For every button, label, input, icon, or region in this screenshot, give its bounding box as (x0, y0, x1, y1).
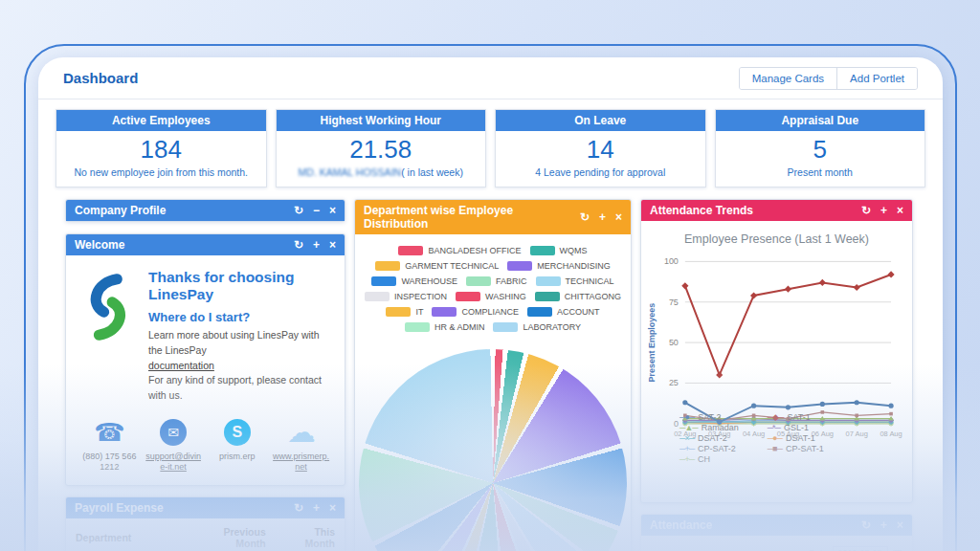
svg-text:07 Aug: 07 Aug (846, 430, 868, 438)
close-icon[interactable]: × (329, 502, 336, 514)
refresh-icon[interactable]: ↻ (294, 205, 303, 216)
pie-chart[interactable] (359, 349, 627, 551)
close-icon[interactable]: × (329, 205, 336, 216)
welcome-header: Welcome ↻ + × (66, 234, 345, 255)
panel-title: Welcome (75, 238, 124, 252)
legend-swatch (456, 292, 480, 301)
legend-swatch (375, 261, 400, 271)
svg-text:08 Aug: 08 Aug (880, 430, 902, 438)
line-legend-item[interactable]: ─◆─SAT-1 (768, 412, 824, 422)
pie-legend-item[interactable]: WQMS (530, 246, 588, 255)
pie-legend-item[interactable]: COMPLIANCE (432, 307, 519, 317)
panel-title: Department wise Employee Distribution (364, 204, 570, 231)
date-input[interactable]: 2019-08-08 (833, 546, 888, 551)
welcome-heading: Thanks for choosing LinesPay (148, 269, 333, 303)
linespay-logo-icon (78, 267, 137, 404)
welcome-body-line2: For any kind of support, please contact … (148, 374, 322, 401)
add-icon[interactable]: + (880, 205, 887, 216)
series-marker-icon: ─*─ (768, 423, 780, 432)
attendance-header: Attendance ↻ + × (641, 515, 912, 536)
minimize-icon[interactable]: − (313, 205, 320, 216)
cloud-icon: ☁ (287, 418, 316, 447)
line-legend-item[interactable]: ─+─CH (679, 454, 739, 464)
contact-skype: S prism.erp (206, 418, 270, 474)
line-legend-item[interactable]: ─●─DSAT-1 (768, 433, 824, 443)
attendance-trends-body: Employee Presence (Last 1 Week) 02550751… (641, 221, 912, 502)
pie-legend-item[interactable]: ACCOUNT (527, 307, 600, 317)
legend-swatch (493, 322, 518, 332)
add-portlet-button[interactable]: Add Portlet (836, 68, 917, 89)
stat-card-active-employees: Active Employees 184 No new employee joi… (56, 109, 267, 187)
legend-swatch (530, 246, 555, 255)
line-legend-item[interactable]: ─●─SAT-2 (679, 412, 739, 422)
stat-subtitle: MD. KAMAL HOSSAIN( in last week) (277, 166, 486, 187)
panel-title: Payroll Expense (75, 501, 164, 515)
welcome-panel: Welcome ↻ + × (65, 233, 345, 486)
line-legend-item[interactable]: ─▲─Ramadan (679, 423, 739, 432)
line-chart-legend: ─●─SAT-2─◆─SAT-1─▲─Ramadan─*─GSL-1─×─DSA… (679, 412, 824, 464)
refresh-icon[interactable]: ↻ (580, 211, 590, 223)
stat-title: Active Employees (56, 110, 266, 131)
contact-website: ☁ www.prismerp.net (269, 418, 333, 474)
column-middle: Department wise Employee Distribution ↻ … (354, 199, 632, 551)
pie-legend-item[interactable]: HR & ADMIN (405, 322, 485, 332)
add-icon[interactable]: + (313, 502, 320, 514)
dashboard-header: Dashboard Manage Cards Add Portlet (38, 57, 943, 99)
line-legend-item[interactable]: ─■─CP-SAT-1 (768, 444, 824, 453)
close-icon[interactable]: × (329, 239, 336, 251)
line-chart-title: Employee Presence (Last 1 Week) (645, 232, 908, 246)
welcome-body-line1: Learn more about using LinesPay with the… (148, 329, 320, 356)
svg-text:100: 100 (664, 256, 679, 266)
page-title: Dashboard (63, 70, 138, 86)
close-icon[interactable]: × (897, 519, 903, 531)
pie-legend-item[interactable]: IT (386, 307, 423, 317)
pie-legend-item[interactable]: BANGLADESH OFFICE (398, 246, 521, 255)
pie-legend-item[interactable]: WAREHOUSE (371, 276, 457, 286)
mail-icon: ✉ (160, 419, 187, 446)
add-icon[interactable]: + (599, 211, 606, 223)
panel-icons: ↻ + × (570, 211, 622, 223)
pie-legend-item[interactable]: LABORATORY (493, 322, 581, 332)
legend-label: FABRIC (496, 276, 527, 286)
pie-legend-item[interactable]: MERCHANDISING (507, 261, 611, 271)
company-profile-header: Company Profile ↻ − × (66, 200, 345, 221)
contacts-row: ☎ (880) 175 566 1212 ✉ support@divine-it… (78, 418, 333, 474)
series-marker-icon: ─■─ (768, 444, 782, 453)
employee-name-redacted: MD. KAMAL HOSSAIN (299, 166, 402, 178)
svg-text:0: 0 (674, 419, 679, 429)
stat-value: 5 (716, 131, 925, 166)
legend-label: WASHING (485, 292, 526, 301)
series-label: GSL-1 (784, 423, 809, 432)
line-legend-item[interactable]: ─+─CP-SAT-2 (679, 444, 739, 453)
refresh-icon[interactable]: ↻ (294, 239, 303, 251)
documentation-link[interactable]: documentation (148, 360, 214, 371)
manage-cards-button[interactable]: Manage Cards (740, 68, 836, 89)
pie-legend-item[interactable]: GARMENT TECHNICAL (375, 261, 499, 271)
department-distribution-panel: Department wise Employee Distribution ↻ … (354, 199, 632, 551)
legend-swatch (527, 307, 552, 317)
pie-legend-item[interactable]: WASHING (456, 292, 526, 301)
pie-legend-item[interactable]: TECHNICAL (536, 276, 614, 286)
line-legend-item[interactable]: ─×─DSAT-2 (679, 433, 739, 443)
panel-icons: ↻ + × (852, 519, 903, 531)
refresh-icon[interactable]: ↻ (294, 502, 303, 514)
svg-text:50: 50 (669, 338, 679, 347)
series-label: SAT-2 (698, 412, 721, 422)
department-distribution-header: Department wise Employee Distribution ↻ … (355, 200, 631, 234)
contact-website-link[interactable]: www.prismerp.net (269, 452, 333, 474)
line-legend-item[interactable]: ─*─GSL-1 (768, 423, 824, 432)
refresh-icon[interactable]: ↻ (861, 205, 871, 216)
calendar-icon[interactable]: ▦ (893, 547, 902, 551)
series-marker-icon: ─◆─ (768, 412, 784, 422)
close-icon[interactable]: × (615, 211, 622, 223)
contact-email-link[interactable]: support@divine-it.net (142, 452, 206, 474)
legend-label: ACCOUNT (557, 307, 600, 317)
add-icon[interactable]: + (880, 519, 887, 531)
legend-label: GARMENT TECHNICAL (405, 261, 499, 271)
pie-legend-item[interactable]: INSPECTION (365, 292, 447, 301)
add-icon[interactable]: + (313, 239, 320, 251)
pie-legend-item[interactable]: CHITTAGONG (535, 292, 621, 301)
pie-legend-item[interactable]: FABRIC (466, 276, 527, 286)
close-icon[interactable]: × (897, 205, 903, 216)
refresh-icon[interactable]: ↻ (861, 519, 871, 531)
